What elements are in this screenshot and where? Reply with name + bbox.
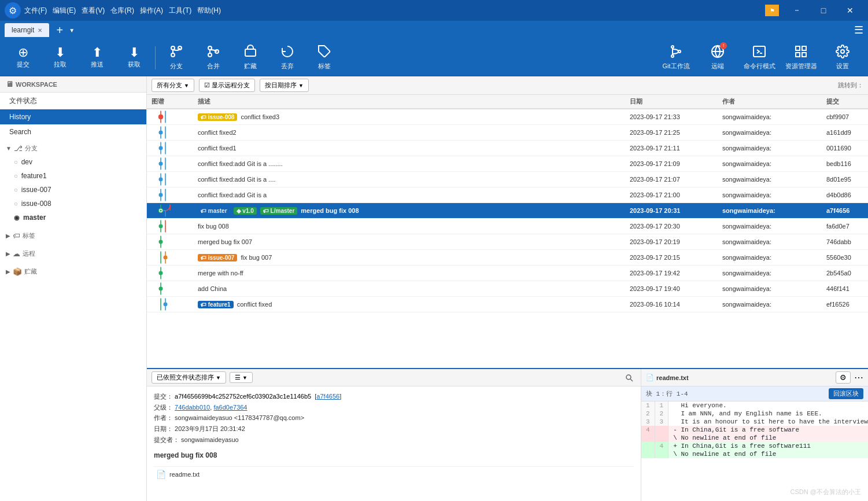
- list-view-button[interactable]: ☰ ▼: [230, 372, 253, 383]
- commit-message: merged bug fix 008: [154, 450, 634, 461]
- sidebar-branch-master[interactable]: ◉ master: [0, 211, 146, 224]
- menu-help[interactable]: 帮助(H): [197, 6, 221, 16]
- stash-section-icon: 📦: [13, 267, 22, 276]
- stash-button[interactable]: 贮藏: [232, 42, 269, 74]
- discard-button[interactable]: 丢弃: [269, 42, 306, 74]
- menu-edit[interactable]: 编辑(E): [53, 6, 76, 16]
- sidebar-branch-feature1[interactable]: ○ feature1: [0, 169, 146, 183]
- menu-repo[interactable]: 仓库(R): [110, 6, 134, 16]
- sidebar-branch-issue008[interactable]: ○ issue-008: [0, 197, 146, 211]
- old-linenum: [641, 442, 655, 450]
- table-row[interactable]: conflict fixed1 2023-09-17 21:11 songwai…: [147, 141, 868, 156]
- table-row[interactable]: conflict fixed:add Git is a ........ 202…: [147, 156, 868, 172]
- fetch-button[interactable]: ⬇ 获取: [116, 42, 153, 74]
- date-cell: 2023-09-16 10:14: [625, 301, 718, 308]
- tags-section-label[interactable]: ▶ 🏷 标签: [0, 229, 146, 242]
- settings-label: 设置: [836, 62, 849, 71]
- menu-file[interactable]: 文件(F): [24, 6, 47, 16]
- branch-label: 分支: [170, 62, 183, 71]
- git-flow-button[interactable]: Git工作流: [655, 42, 697, 74]
- branch-button[interactable]: 分支: [158, 42, 195, 74]
- hamburger-menu[interactable]: ☰: [854, 24, 863, 36]
- sidebar-branch-issue007[interactable]: ○ issue-007: [0, 183, 146, 197]
- remote-icon: !: [711, 45, 725, 61]
- sidebar-item-file-status[interactable]: 文件状态: [0, 93, 146, 109]
- author-cell: songwaimaideya:: [718, 285, 822, 292]
- stash-section-label[interactable]: ▶ 📦 贮藏: [0, 265, 146, 278]
- detail-search-icon[interactable]: [622, 371, 636, 385]
- merge-button[interactable]: 合并: [195, 42, 232, 74]
- menu-tools[interactable]: 工具(T): [169, 6, 191, 16]
- branch-icon: ○: [14, 200, 18, 207]
- menu-action[interactable]: 操作(A): [140, 6, 163, 16]
- minimize-button[interactable]: －: [784, 0, 810, 21]
- date-cell: 2023-09-17 19:40: [625, 285, 718, 292]
- sort-by-date-button[interactable]: 按日期排序 ▼: [260, 79, 309, 92]
- commit-button[interactable]: ⊕ 提交: [5, 42, 42, 74]
- commit-hash-short[interactable]: a7f4656: [316, 393, 339, 400]
- changed-file-item[interactable]: 📄 readme.txt: [154, 466, 634, 482]
- explorer-button[interactable]: 资源管理器: [780, 42, 822, 74]
- sidebar-branch-dev[interactable]: ○ dev: [0, 155, 146, 169]
- table-row[interactable]: merge with no-ff 2023-09-17 19:42 songwa…: [147, 266, 868, 281]
- watermark: CSDN @不会算法的小王: [791, 488, 861, 496]
- table-row-selected[interactable]: 🏷 master ◆ v1.0 🏷 L/master merged bug fi…: [147, 203, 868, 219]
- parent-hash1[interactable]: 746dabb010: [175, 404, 210, 411]
- parent-hash2[interactable]: fa6d0e7364: [213, 404, 247, 411]
- close-tab-icon[interactable]: ✕: [38, 27, 42, 34]
- table-row[interactable]: 🏷 issue-007 fix bug 007 2023-09-17 20:15…: [147, 250, 868, 266]
- diff-more-button[interactable]: ⋯: [854, 372, 863, 383]
- pull-button[interactable]: ⬇ 拉取: [42, 42, 79, 74]
- desc-cell: conflict fixed2: [193, 129, 625, 136]
- table-row[interactable]: merged bug fix 007 2023-09-17 20:19 song…: [147, 234, 868, 250]
- table-row[interactable]: conflict fixed2 2023-09-17 21:25 songwai…: [147, 125, 868, 141]
- desc-cell: conflict fixed:add Git is a: [193, 191, 625, 198]
- close-button[interactable]: ✕: [837, 0, 863, 21]
- commit-detail-content: 提交： a7f4656699b4c252752cef6c03902a3c1e11…: [147, 386, 641, 466]
- remote-button[interactable]: ! 远端: [697, 42, 738, 74]
- rollback-button[interactable]: 回滚区块: [829, 388, 863, 399]
- toolbar-divider-1: [155, 46, 156, 69]
- tag-button[interactable]: 标签: [306, 42, 343, 74]
- table-row[interactable]: 🏷 feature1 conflict fixed 2023-09-16 10:…: [147, 297, 868, 312]
- sidebar-item-search[interactable]: Search: [0, 124, 146, 139]
- dropdown-arrow2-icon: ▼: [298, 83, 304, 89]
- branches-section-label[interactable]: ▼ ⎇ 分支: [0, 142, 146, 155]
- branch-icon: ○: [14, 172, 18, 179]
- svg-rect-19: [802, 46, 806, 50]
- branch-section-icon: ⎇: [14, 144, 23, 153]
- settings-button[interactable]: 设置: [822, 42, 863, 74]
- terminal-button[interactable]: 命令行模式: [738, 42, 780, 74]
- table-row[interactable]: conflict fixed:add Git is a 2023-09-17 2…: [147, 187, 868, 203]
- new-tab-button[interactable]: +: [51, 22, 68, 38]
- desc-cell: add China: [193, 285, 625, 292]
- diff-row: 3 3 It is an honour to sit here to have …: [641, 418, 868, 426]
- table-row[interactable]: 🏷 issue-008 conflict fixed3 2023-09-17 2…: [147, 109, 868, 125]
- remote-label: 远端: [711, 62, 724, 71]
- table-row[interactable]: add China 2023-09-17 19:40 songwaimaidey…: [147, 281, 868, 297]
- show-remote-button[interactable]: ☑ 显示远程分支: [199, 79, 255, 92]
- old-linenum: 3: [641, 418, 655, 426]
- new-linenum: 4: [655, 442, 668, 450]
- sidebar-item-history[interactable]: History: [0, 109, 146, 124]
- commit-hash-label: 提交：: [154, 393, 173, 400]
- maximize-button[interactable]: □: [810, 0, 837, 21]
- all-branches-button[interactable]: 所有分支 ▼: [152, 79, 194, 92]
- remote-section-label[interactable]: ▶ ☁ 远程: [0, 247, 146, 260]
- sort-files-button[interactable]: 已依照文件状态排序 ▼: [152, 371, 226, 384]
- table-row[interactable]: fix bug 008 2023-09-17 20:30 songwaimaid…: [147, 219, 868, 234]
- menu-view[interactable]: 查看(V): [82, 6, 105, 16]
- table-row[interactable]: conflict fixed:add Git is a .... 2023-09…: [147, 172, 868, 187]
- author-cell: songwaimaideya:: [718, 129, 822, 136]
- pull-label: 拉取: [54, 60, 67, 69]
- author-cell: songwaimaideya:: [718, 191, 822, 198]
- tab-learngit[interactable]: learngit ✕: [5, 23, 49, 37]
- workspace-header: 🖥 WORKSPACE: [0, 76, 146, 93]
- stash-label: 贮藏: [24, 267, 37, 276]
- gear-icon: ⚙: [840, 373, 847, 382]
- push-button[interactable]: ⬆ 推送: [79, 42, 116, 74]
- tab-dropdown-icon[interactable]: ▼: [69, 27, 75, 34]
- hash-cell: 746dabb: [822, 238, 868, 245]
- app-logo: ⚙: [5, 2, 21, 19]
- diff-settings-button[interactable]: ⚙: [836, 371, 851, 384]
